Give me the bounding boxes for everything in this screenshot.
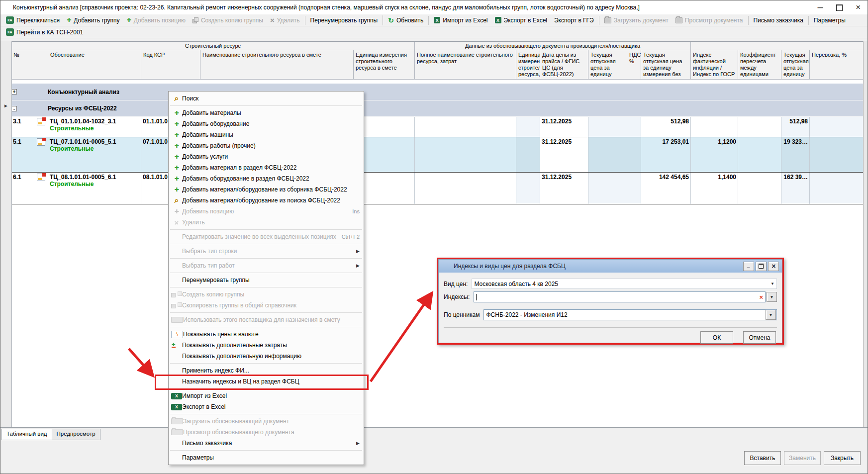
column-header[interactable]: Наименование строительного ресурса в сме… (200, 50, 354, 80)
menu-item[interactable]: Добавить оборудование ▶ (169, 118, 364, 129)
column-header[interactable]: Код КСР (141, 50, 200, 80)
indices-dropdown-button[interactable]: ▼ (767, 292, 777, 302)
menu-item[interactable]: Перенумеровать группы ▶ (169, 275, 364, 285)
cell-full-name[interactable] (415, 117, 516, 137)
menu-item[interactable]: Применить индекс ФИ... ▶ (169, 365, 364, 376)
cell-transport[interactable] (810, 173, 865, 204)
pricelist-select[interactable]: ФСНБ-2022 - Изменения И12 ▼ (483, 309, 777, 320)
column-header[interactable]: Единица измерения строительного ресурса … (354, 50, 415, 80)
column-header[interactable]: Индекс фактической инфляции / Индекс по … (691, 50, 738, 80)
toolbar-button[interactable]: Обновить (383, 15, 427, 25)
cell-justification[interactable]: ТЦ_01.1.01.04-1032_3.1 Строительные (48, 117, 141, 137)
dialog-titlebar[interactable]: Индексы и виды цен для раздела ФСБЦ (439, 260, 782, 273)
view-tab[interactable]: Предпросмотр (52, 429, 100, 440)
footer-button[interactable]: Заменить (784, 451, 821, 465)
cell-number[interactable]: 6.1 (11, 173, 48, 204)
menu-item[interactable]: Добавить услуги ▶ (169, 151, 364, 162)
toolbar-button[interactable]: Письмо заказчика (748, 16, 807, 25)
menu-item[interactable]: Добавить оборудование в раздел ФСБЦ-2022… (169, 173, 364, 184)
cell-unit2[interactable] (516, 173, 540, 204)
column-header[interactable]: Полное наименование строительного ресурс… (415, 50, 516, 80)
cell-conversion-coeff[interactable] (738, 137, 781, 172)
cell-inflation-index[interactable]: 1,1400 (691, 173, 738, 204)
toolbar-button[interactable]: Добавить позицию (123, 16, 189, 25)
expand-button[interactable]: + (11, 89, 17, 95)
toolbar-button[interactable]: Создать копию группы (189, 16, 267, 25)
cell-conversion-coeff[interactable] (738, 173, 781, 204)
cell-current-price[interactable]: 162 39… (781, 173, 810, 204)
cell-current-price[interactable]: 512,98 (781, 117, 810, 137)
cell-vat[interactable] (627, 117, 641, 137)
cell-vat[interactable] (627, 137, 641, 172)
dialog-control-button[interactable] (756, 262, 767, 271)
cell-price-per-unit[interactable] (588, 137, 627, 172)
cell-conversion-coeff[interactable] (738, 117, 781, 137)
cell-justification[interactable]: ТЦ_08.1.01.01-0005_6.1 Строительные (48, 173, 141, 204)
menu-item[interactable]: Поиск ▶ (169, 93, 364, 104)
menu-item[interactable]: Показывать дополнительную информацию ▶ (169, 351, 364, 362)
column-header[interactable]: Коэффициент пересчета между единицами (738, 50, 781, 80)
view-tab[interactable]: Табличный вид (1, 429, 52, 440)
cell-price-date[interactable]: 31.12.2025 (540, 137, 588, 172)
cell-full-name[interactable] (415, 137, 516, 172)
toolbar-button[interactable]: Перенумеровать группы (305, 16, 382, 25)
cell-current-price[interactable]: 19 323… (781, 137, 810, 172)
window-control-button[interactable] (830, 0, 849, 14)
toolbar-button[interactable]: Переключиться (2, 15, 63, 25)
column-header[interactable]: НДС, % (627, 50, 641, 80)
toolbar-button[interactable]: Экспорт в ГГЭ (551, 16, 597, 25)
toolbar-button[interactable]: Перейти в КА ТСН-2001 (2, 27, 87, 37)
table-row[interactable]: 6.1 ТЦ_08.1.01.01-0005_6.1 Строительные … (11, 173, 868, 204)
menu-item[interactable]: Загрузить обосновывающий документ ▶ (169, 416, 364, 427)
menu-item[interactable]: Экспорт в Excel ▶ (169, 401, 364, 412)
toolbar-button[interactable]: Добавить группу (63, 16, 123, 25)
cell-justification[interactable]: ТЦ_07.1.01.01-0005_5.1 Строительные (48, 137, 141, 172)
column-header[interactable]: Обоснование (48, 50, 141, 80)
table-row[interactable]: 3.1 ТЦ_01.1.01.04-1032_3.1 Строительные … (11, 117, 868, 137)
cell-transport[interactable] (810, 117, 865, 137)
menu-item[interactable]: Создать копию группы ▶ (169, 289, 364, 300)
cell-vat[interactable] (627, 173, 641, 204)
cell-price-base[interactable]: 17 253,01 (641, 137, 691, 172)
cell-number[interactable]: 3.1 (11, 117, 48, 137)
vertical-scrollbar[interactable] (863, 41, 868, 427)
menu-item[interactable]: Добавить материал/оборудование из сборни… (169, 184, 364, 195)
menu-item[interactable]: Выбрать тип работ ▶ (169, 260, 364, 271)
clear-icon[interactable]: × (759, 293, 763, 301)
footer-button[interactable]: Закрыть (824, 451, 861, 465)
dialog-control-button[interactable] (743, 262, 754, 271)
cell-price-base[interactable]: 512,98 (641, 117, 691, 137)
toolbar-button[interactable]: Экспорт в Excel (491, 16, 551, 25)
menu-item[interactable]: Удалить ▶ (169, 217, 364, 228)
cell-price-base[interactable]: 142 454,65 (641, 173, 691, 204)
menu-item[interactable]: Добавить работы (прочие) ▶ (169, 140, 364, 151)
cell-unit2[interactable] (516, 117, 540, 137)
menu-item[interactable]: Импорт из Excel ▶ (169, 390, 364, 401)
indices-input[interactable]: × (474, 291, 766, 302)
cell-price-per-unit[interactable] (588, 117, 627, 137)
column-header[interactable]: Перевозка, % (810, 50, 865, 80)
menu-item[interactable]: Добавить позицию Ins ▶ (169, 206, 364, 217)
toolbar-button[interactable]: Параметры (808, 16, 849, 25)
toolbar-button[interactable]: Импорт из Excel (428, 16, 491, 25)
table-row[interactable]: 5.1 ТЦ_07.1.01.01-0005_5.1 Строительные … (11, 137, 868, 173)
group-row[interactable]: - Ресурсы из ФСБЦ-2022 (11, 100, 868, 117)
dialog-control-button[interactable] (768, 262, 779, 271)
column-header[interactable]: № (11, 50, 48, 80)
menu-item[interactable]: Назначить индексы и ВЦ на раздел ФСБЦ ▶ (169, 376, 364, 387)
cell-price-date[interactable]: 31.12.2025 (540, 117, 588, 137)
toolbar-button[interactable]: Загрузить документ (599, 16, 672, 25)
cell-price-per-unit[interactable] (588, 173, 627, 204)
menu-item[interactable]: Добавить материал/оборудование из поиска… (169, 195, 364, 206)
cell-transport[interactable] (810, 137, 865, 172)
menu-item[interactable]: Добавить материалы ▶ (169, 107, 364, 118)
column-header[interactable]: Текущая отпускная цена за единицу измере… (641, 50, 691, 80)
column-header[interactable]: Текущая отпускная цена за единицу (588, 50, 627, 80)
cancel-button[interactable]: Отмена (743, 331, 776, 344)
menu-item[interactable]: Показывать дополнительные затраты ▶ (169, 340, 364, 351)
column-header[interactable]: Дата цены из прайса / ФГИС ЦС (для ФСБЦ-… (540, 50, 588, 80)
menu-item[interactable]: Добавить материал в раздел ФСБЦ-2022 ▶ (169, 162, 364, 173)
menu-item[interactable]: Редактировать значение во всех выделенны… (169, 231, 364, 242)
menu-item[interactable]: Письмо заказчика ▶ (169, 438, 364, 449)
menu-item[interactable]: Показывать цены в валюте ▶ (169, 329, 364, 340)
